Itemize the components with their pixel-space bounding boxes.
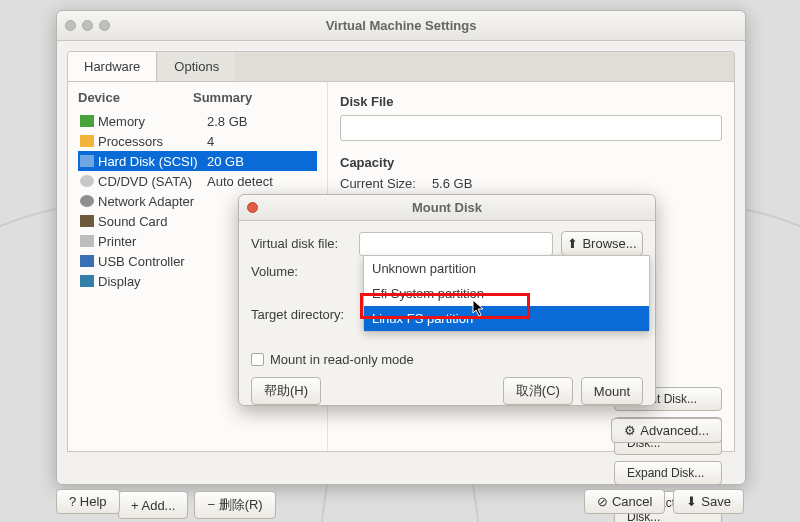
save-button[interactable]: ⬇ Save <box>673 489 744 514</box>
tab-options[interactable]: Options <box>158 52 235 81</box>
capacity-label: Capacity <box>340 155 722 170</box>
currentsize-value: 5.6 GB <box>432 176 472 191</box>
modal-mount-button[interactable]: Mount <box>581 377 643 405</box>
titlebar: Virtual Machine Settings <box>57 11 745 41</box>
device-row-harddisk[interactable]: Hard Disk (SCSI)20 GB <box>78 151 317 171</box>
diskfile-label: Disk File <box>340 94 722 109</box>
expand-disk-button[interactable]: Expand Disk... <box>614 461 722 485</box>
cancel-button[interactable]: ⊘ Cancel <box>584 489 665 514</box>
col-summary: Summary <box>193 90 252 105</box>
modal-title: Mount Disk <box>239 200 655 215</box>
readonly-checkbox[interactable] <box>251 353 264 366</box>
currentsize-label: Current Size: <box>340 176 416 191</box>
advanced-button[interactable]: ⚙ Advanced... <box>611 418 722 443</box>
tabs: Hardware Options <box>67 51 735 82</box>
volume-option-linuxfs[interactable]: Linux FS partition <box>364 306 649 331</box>
modal-help-button[interactable]: 帮助(H) <box>251 377 321 405</box>
network-icon <box>80 195 94 207</box>
cd-icon <box>80 175 94 187</box>
sound-icon <box>80 215 94 227</box>
target-label: Target directory: <box>251 307 359 322</box>
volume-label: Volume: <box>251 264 359 279</box>
cpu-icon <box>80 135 94 147</box>
display-icon <box>80 275 94 287</box>
device-header: Device Summary <box>78 90 317 105</box>
help-button[interactable]: ? Help <box>56 489 120 514</box>
diskfile-input[interactable] <box>340 115 722 141</box>
memory-icon <box>80 115 94 127</box>
col-device: Device <box>78 90 193 105</box>
usb-icon <box>80 255 94 267</box>
modal-titlebar: Mount Disk <box>239 195 655 221</box>
vdf-label: Virtual disk file: <box>251 236 359 251</box>
window-title: Virtual Machine Settings <box>57 18 745 33</box>
volume-option-unknown[interactable]: Unknown partition <box>364 256 649 281</box>
upload-icon: ⬆ <box>567 236 578 251</box>
footer: ? Help ⊘ Cancel ⬇ Save <box>56 489 744 514</box>
readonly-label: Mount in read-only mode <box>270 352 414 367</box>
tab-hardware[interactable]: Hardware <box>68 52 157 81</box>
device-row-memory[interactable]: Memory2.8 GB <box>78 111 317 131</box>
printer-icon <box>80 235 94 247</box>
device-row-processors[interactable]: Processors4 <box>78 131 317 151</box>
device-row-cddvd[interactable]: CD/DVD (SATA)Auto detect <box>78 171 317 191</box>
volume-dropdown: Unknown partition Efi System partition L… <box>363 255 650 332</box>
gear-icon: ⚙ <box>624 423 636 438</box>
cursor-icon <box>472 299 486 317</box>
modal-cancel-button[interactable]: 取消(C) <box>503 377 573 405</box>
virtual-disk-file-input[interactable] <box>359 232 553 256</box>
browse-button[interactable]: ⬆ Browse... <box>561 231 643 256</box>
volume-option-efi[interactable]: Efi System partition <box>364 281 649 306</box>
hdd-icon <box>80 155 94 167</box>
save-icon: ⬇ <box>686 494 697 509</box>
cancel-icon: ⊘ <box>597 494 608 509</box>
